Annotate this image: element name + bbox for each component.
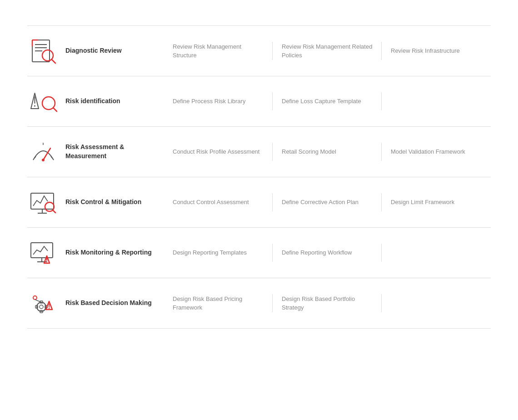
table-row-risk-monitoring: Risk Monitoring & ReportingDesign Report…	[27, 228, 491, 278]
svg-point-29	[37, 302, 46, 311]
table-row-risk-control: Risk Control & MitigationConduct Control…	[27, 177, 491, 228]
areas-cell-risk-monitoring: Design Reporting TemplatesDefine Reporti…	[164, 248, 491, 257]
area-item-risk-identification-0: Define Process Risk Library	[164, 97, 273, 106]
table-row-diagnostic-review: Diagnostic ReviewReview Risk Management …	[27, 26, 491, 76]
area-item-risk-decision-0: Design Risk Based Pricing Framework	[164, 295, 273, 312]
component-label-risk-control: Risk Control & Mitigation	[65, 198, 141, 207]
component-label-risk-assessment: Risk Assessment & Measurement	[65, 143, 164, 160]
area-item-diagnostic-review-2: Review Risk Infrastructure	[382, 46, 491, 55]
risk-monitoring-icon	[27, 237, 59, 269]
svg-point-10	[34, 105, 35, 106]
svg-point-38	[33, 296, 37, 300]
area-item-risk-control-2: Design Limit Framework	[382, 198, 491, 207]
area-item-diagnostic-review-0: Review Risk Management Structure	[164, 42, 273, 60]
area-item-risk-control-1: Define Corrective Action Plan	[273, 198, 382, 207]
component-cell-risk-decision: Risk Based Decision Making	[27, 287, 164, 319]
areas-cell-risk-assessment: Conduct Risk Profile AssessmentRetail Sc…	[164, 147, 491, 156]
component-cell-risk-assessment: Risk Assessment & Measurement	[27, 136, 164, 168]
svg-rect-18	[31, 193, 54, 209]
area-item-diagnostic-review-1: Review Risk Management Related Policies	[273, 42, 382, 60]
svg-point-37	[48, 307, 49, 308]
component-label-diagnostic-review: Diagnostic Review	[65, 46, 122, 55]
area-item-risk-control-0: Conduct Control Assessment	[164, 198, 273, 207]
risk-decision-icon	[27, 287, 59, 319]
component-cell-risk-monitoring: Risk Monitoring & Reporting	[27, 237, 164, 269]
rows-container: Diagnostic ReviewReview Risk Management …	[27, 26, 491, 329]
main-container: Diagnostic ReviewReview Risk Management …	[0, 0, 518, 347]
svg-point-30	[40, 305, 43, 309]
svg-line-22	[53, 210, 55, 213]
diagnostic-icon	[27, 35, 59, 67]
component-cell-risk-identification: Risk identification	[27, 85, 164, 117]
component-label-risk-monitoring: Risk Monitoring & Reporting	[65, 248, 152, 257]
component-label-risk-decision: Risk Based Decision Making	[65, 299, 152, 308]
area-item-risk-monitoring-0: Design Reporting Templates	[164, 248, 273, 257]
component-label-risk-identification: Risk identification	[65, 97, 120, 106]
svg-line-5	[52, 60, 55, 63]
area-item-risk-identification-1: Define Loss Capture Template	[273, 97, 382, 106]
area-item-risk-assessment-0: Conduct Risk Profile Assessment	[164, 147, 273, 156]
component-cell-diagnostic-review: Diagnostic Review	[27, 35, 164, 67]
svg-point-28	[46, 261, 47, 262]
areas-cell-risk-control: Conduct Control AssessmentDefine Correct…	[164, 198, 491, 207]
table-row-risk-assessment: Risk Assessment & MeasurementConduct Ris…	[27, 127, 491, 177]
area-item-risk-assessment-2: Model Validation Framework	[382, 147, 491, 156]
area-item-risk-assessment-1: Retail Scoring Model	[273, 147, 382, 156]
table-row-risk-identification: Risk identificationDefine Process Risk L…	[27, 76, 491, 127]
areas-cell-risk-identification: Define Process Risk LibraryDefine Loss C…	[164, 97, 491, 106]
svg-point-14	[42, 159, 45, 161]
areas-cell-risk-decision: Design Risk Based Pricing FrameworkDesig…	[164, 295, 491, 312]
area-item-risk-monitoring-1: Define Reporting Workflow	[273, 248, 382, 257]
risk-assessment-icon	[27, 136, 59, 168]
area-item-risk-decision-1: Design Risk Based Portfolio Strategy	[273, 295, 382, 312]
risk-identification-icon	[27, 85, 59, 117]
component-cell-risk-control: Risk Control & Mitigation	[27, 186, 164, 218]
table-row-risk-decision: Risk Based Decision MakingDesign Risk Ba…	[27, 278, 491, 329]
svg-line-12	[53, 108, 57, 111]
risk-control-icon	[27, 186, 59, 218]
areas-cell-diagnostic-review: Review Risk Management StructureReview R…	[164, 42, 491, 60]
table-header	[27, 18, 491, 26]
